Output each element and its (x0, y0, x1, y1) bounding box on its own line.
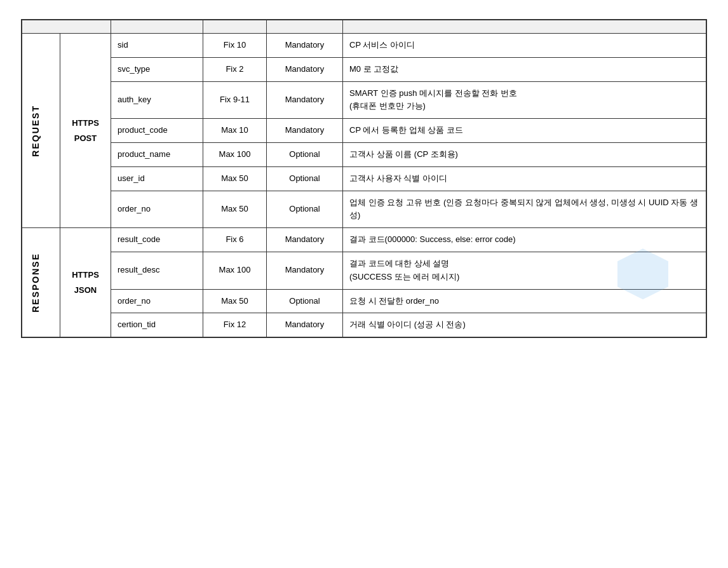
parameter-cell: user_id (111, 166, 203, 191)
length-cell: Max 100 (203, 252, 267, 289)
length-cell: Max 100 (203, 142, 267, 166)
header-description (343, 20, 706, 34)
length-cell: Max 50 (203, 191, 267, 228)
sub-label: HTTPS POST (60, 34, 111, 228)
description-cell: 거래 식별 아이디 (성공 시 전송) (343, 313, 706, 337)
selection-cell: Mandatory (267, 57, 343, 81)
header-selection (267, 20, 343, 34)
selection-cell: Optional (267, 166, 343, 191)
parameter-cell: product_name (111, 142, 203, 166)
parameter-cell: certion_tid (111, 313, 203, 337)
length-cell: Fix 9-11 (203, 81, 267, 119)
description-cell: 결과 코드(000000: Success, else: error code) (343, 228, 706, 252)
parameter-cell: order_no (111, 191, 203, 228)
parameter-cell: order_no (111, 289, 203, 313)
length-cell: Max 10 (203, 119, 267, 143)
description-cell: CP 서비스 아이디 (343, 34, 706, 58)
selection-cell: Mandatory (267, 252, 343, 289)
parameter-cell: auth_key (111, 81, 203, 119)
parameter-cell: result_desc (111, 252, 203, 289)
selection-cell: Optional (267, 191, 343, 228)
section-label: REQUEST (22, 34, 60, 228)
description-cell: M0 로 고정값 (343, 57, 706, 81)
length-cell: Fix 10 (203, 34, 267, 58)
description-cell: SMART 인증 push 메시지를 전송할 전화 번호 (휴대폰 번호만 가능… (343, 81, 706, 119)
selection-cell: Optional (267, 289, 343, 313)
parameter-cell: result_code (111, 228, 203, 252)
length-cell: Fix 6 (203, 228, 267, 252)
selection-cell: Mandatory (267, 119, 343, 143)
selection-cell: Mandatory (267, 81, 343, 119)
description-cell: 업체 인증 요청 고유 번호 (인증 요청마다 중복되지 않게 업체에서 생성,… (343, 191, 706, 228)
length-cell: Fix 12 (203, 313, 267, 337)
section-label: RESPONSE (22, 228, 60, 337)
protocol-table: REQUESTHTTPS POSTsidFix 10MandatoryCP 서비… (21, 19, 707, 338)
description-cell: 고객사 상품 이름 (CP 조회용) (343, 142, 706, 166)
selection-cell: Mandatory (267, 313, 343, 337)
description-cell: CP 에서 등록한 업체 상품 코드 (343, 119, 706, 143)
length-cell: Fix 2 (203, 57, 267, 81)
selection-cell: Mandatory (267, 34, 343, 58)
parameter-cell: svc_type (111, 57, 203, 81)
description-cell: 결과 코드에 대한 상세 설명 (SUCCESS 또는 에러 메시지) (343, 252, 706, 289)
header-parameter (111, 20, 203, 34)
parameter-cell: product_code (111, 119, 203, 143)
description-cell: 고객사 사용자 식별 아이디 (343, 166, 706, 191)
length-cell: Max 50 (203, 166, 267, 191)
selection-cell: Mandatory (267, 228, 343, 252)
description-cell: 요청 시 전달한 order_no (343, 289, 706, 313)
sub-label: HTTPS JSON (60, 228, 111, 337)
header-protocol (22, 20, 111, 34)
header-length (203, 20, 267, 34)
selection-cell: Optional (267, 142, 343, 166)
parameter-cell: sid (111, 34, 203, 58)
length-cell: Max 50 (203, 289, 267, 313)
